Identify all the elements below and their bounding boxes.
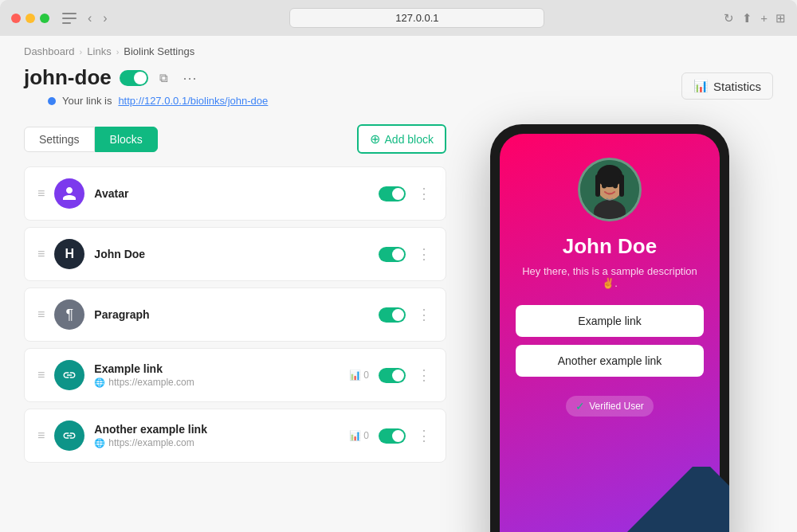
tabs: Settings Blocks bbox=[24, 127, 158, 152]
breadcrumb-sep-1: › bbox=[80, 47, 83, 57]
statistics-label: Statistics bbox=[713, 80, 761, 93]
url-bar: 127.0.0.1 bbox=[117, 8, 718, 28]
another-link-icon bbox=[54, 421, 84, 451]
verified-label: Verified User bbox=[589, 401, 644, 412]
page-toggle[interactable] bbox=[120, 70, 148, 86]
tab-blocks[interactable]: Blocks bbox=[95, 127, 158, 152]
share-button[interactable]: ⬆ bbox=[742, 11, 752, 25]
minimize-button[interactable] bbox=[26, 14, 35, 23]
block-item-another-link: ≡ Another example link 🌐 https://example… bbox=[24, 409, 446, 463]
toggle-another-link[interactable] bbox=[379, 428, 406, 444]
stats-chart-icon: 📊 bbox=[349, 370, 361, 381]
drag-handle[interactable]: ≡ bbox=[37, 428, 45, 443]
browser-actions: ↻ ⬆ + ⊞ bbox=[724, 11, 786, 25]
watermark-bg: LoveNulled .com bbox=[626, 467, 729, 532]
johndoe-icon: H bbox=[54, 239, 84, 269]
block-info-example-link: Example link 🌐 https://example.com bbox=[94, 362, 340, 388]
reload-button[interactable]: ↻ bbox=[724, 11, 734, 25]
more-options-button[interactable]: ⋯ bbox=[179, 66, 201, 90]
toggle-example-link[interactable] bbox=[379, 368, 406, 383]
phone-description: Hey there, this is a sample description … bbox=[516, 265, 704, 289]
drag-handle[interactable]: ≡ bbox=[37, 307, 45, 322]
block-item-paragraph: ≡ ¶ Paragraph ⋮ bbox=[24, 288, 446, 342]
block-sub-example-link: 🌐 https://example.com bbox=[94, 377, 340, 388]
page-header: john-doe ⧉ ⋯ Your link is http://127.0.0… bbox=[0, 62, 797, 113]
left-panel: Settings Blocks ⊕ Add block ≡ Avat bbox=[24, 124, 446, 527]
block-url-another-link: https://example.com bbox=[108, 437, 194, 448]
block-url-example-link: https://example.com bbox=[108, 377, 194, 388]
phone-preview-panel: John Doe Hey there, this is a sample des… bbox=[446, 124, 773, 527]
tab-settings[interactable]: Settings bbox=[24, 127, 95, 152]
verified-checkmark-icon: ✓ bbox=[575, 400, 585, 413]
breadcrumb: Dashboard › Links › Biolink Settings bbox=[0, 36, 797, 62]
breadcrumb-dashboard[interactable]: Dashboard bbox=[24, 45, 75, 57]
browser-controls: ‹ › bbox=[62, 10, 111, 27]
block-name-paragraph: Paragraph bbox=[94, 308, 369, 321]
traffic-lights bbox=[11, 14, 49, 23]
block-info-another-link: Another example link 🌐 https://example.c… bbox=[94, 423, 340, 448]
main-layout: Settings Blocks ⊕ Add block ≡ Avat bbox=[0, 113, 797, 532]
block-info-paragraph: Paragraph bbox=[94, 308, 369, 321]
block-info-johndoe: John Doe bbox=[94, 248, 369, 260]
paragraph-icon: ¶ bbox=[54, 299, 84, 330]
drag-handle[interactable]: ≡ bbox=[37, 368, 45, 382]
stats-count-another-link: 0 bbox=[363, 430, 369, 441]
phone-link-1[interactable]: Example link bbox=[516, 305, 704, 337]
block-menu-johndoe[interactable]: ⋮ bbox=[415, 245, 433, 263]
avatar-icon bbox=[54, 178, 84, 209]
toggle-johndoe[interactable] bbox=[379, 247, 406, 262]
block-stats-another-link: 📊 0 bbox=[349, 430, 369, 441]
url-input[interactable]: 127.0.0.1 bbox=[289, 8, 544, 28]
copy-button[interactable]: ⧉ bbox=[156, 68, 171, 88]
block-menu-paragraph[interactable]: ⋮ bbox=[415, 306, 433, 323]
phone-avatar bbox=[578, 158, 642, 221]
svg-point-5 bbox=[602, 183, 607, 189]
grid-button[interactable]: ⊞ bbox=[775, 11, 786, 25]
block-name-another-link: Another example link bbox=[94, 423, 340, 436]
block-name-example-link: Example link bbox=[94, 362, 340, 375]
svg-rect-3 bbox=[595, 174, 600, 197]
title-row: john-doe ⧉ ⋯ bbox=[24, 65, 292, 90]
statistics-button[interactable]: 📊 Statistics bbox=[681, 72, 773, 100]
svg-point-2 bbox=[597, 165, 622, 187]
block-stats-example-link: 📊 0 bbox=[349, 370, 369, 381]
phone-profile-name: John Doe bbox=[563, 234, 657, 259]
toggle-paragraph[interactable] bbox=[379, 307, 406, 323]
add-block-label: Add block bbox=[385, 133, 434, 146]
globe-icon: 🌐 bbox=[94, 377, 105, 388]
breadcrumb-current: Biolink Settings bbox=[124, 45, 194, 57]
block-menu-avatar[interactable]: ⋮ bbox=[415, 185, 433, 202]
breadcrumb-links[interactable]: Links bbox=[87, 45, 111, 57]
block-menu-example-link[interactable]: ⋮ bbox=[415, 366, 433, 384]
page-title: john-doe bbox=[24, 65, 112, 90]
page-content: Dashboard › Links › Biolink Settings joh… bbox=[0, 36, 797, 532]
breadcrumb-sep-2: › bbox=[116, 47, 120, 57]
drag-handle[interactable]: ≡ bbox=[37, 247, 45, 261]
close-button[interactable] bbox=[11, 14, 21, 23]
add-block-button[interactable]: ⊕ Add block bbox=[357, 124, 446, 154]
block-item-avatar: ≡ Avatar ⋮ bbox=[24, 166, 446, 221]
example-link-icon bbox=[54, 360, 84, 390]
new-tab-button[interactable]: + bbox=[760, 11, 768, 25]
verified-badge: ✓ Verified User bbox=[566, 396, 654, 417]
svg-rect-4 bbox=[619, 174, 624, 197]
toggle-avatar[interactable] bbox=[379, 186, 406, 201]
block-menu-another-link[interactable]: ⋮ bbox=[415, 427, 433, 444]
biolink-url[interactable]: http://127.0.0.1/biolinks/john-doe bbox=[118, 95, 268, 107]
blocks-list: ≡ Avatar ⋮ ≡ H John Doe bbox=[24, 166, 446, 463]
stats-chart-icon-2: 📊 bbox=[349, 430, 361, 441]
block-item-johndoe: ≡ H John Doe ⋮ bbox=[24, 227, 446, 281]
block-name-johndoe: John Doe bbox=[94, 248, 369, 260]
phone-link-2[interactable]: Another example link bbox=[516, 345, 704, 377]
forward-button[interactable]: › bbox=[100, 10, 110, 27]
title-bar: ‹ › 127.0.0.1 ↻ ⬆ + ⊞ bbox=[0, 0, 797, 36]
block-item-example-link: ≡ Example link 🌐 https://example.com 📊 0 bbox=[24, 348, 446, 402]
stats-count-example-link: 0 bbox=[363, 370, 369, 381]
browser-window: ‹ › 127.0.0.1 ↻ ⬆ + ⊞ bbox=[0, 0, 797, 36]
status-dot bbox=[48, 97, 56, 105]
maximize-button[interactable] bbox=[40, 14, 49, 23]
drag-handle[interactable]: ≡ bbox=[37, 186, 45, 201]
watermark-corner: LoveNulled .com bbox=[626, 467, 729, 532]
back-button[interactable]: ‹ bbox=[84, 10, 95, 27]
sidebar-toggle-icon[interactable] bbox=[62, 13, 77, 24]
